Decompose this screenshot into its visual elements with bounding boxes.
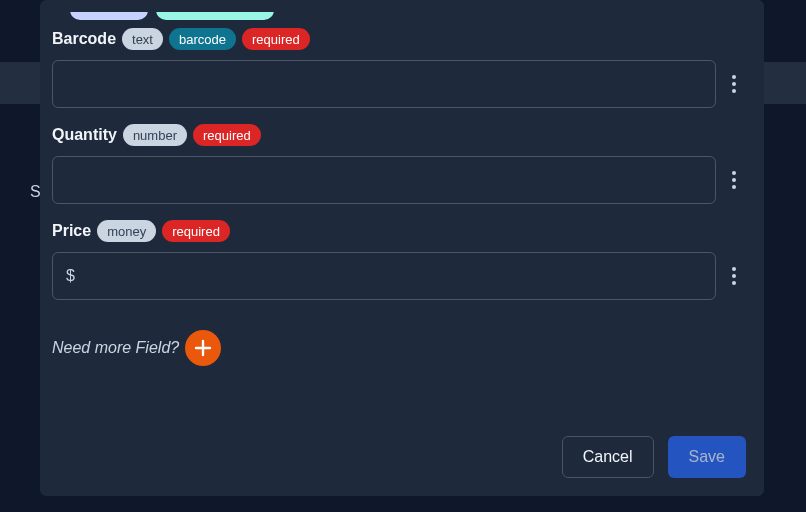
field-row: $ — [52, 252, 746, 300]
type-chip: number — [123, 124, 187, 146]
field-header: Quantity number required — [52, 124, 746, 146]
field-row — [52, 60, 746, 108]
required-chip: required — [193, 124, 261, 146]
kebab-icon — [732, 267, 736, 285]
add-field-prompt: Need more Field? — [52, 339, 179, 357]
field-menu-button[interactable] — [722, 260, 746, 292]
svg-point-4 — [732, 178, 736, 182]
money-input-wrap: $ — [52, 252, 716, 300]
svg-point-6 — [732, 267, 736, 271]
field-block-barcode: Barcode text barcode required — [52, 28, 746, 108]
clipped-chips — [70, 12, 746, 20]
kebab-icon — [732, 171, 736, 189]
required-chip: required — [162, 220, 230, 242]
field-block-quantity: Quantity number required — [52, 124, 746, 204]
field-block-price: Price money required $ — [52, 220, 746, 300]
field-header: Barcode text barcode required — [52, 28, 746, 50]
field-label: Price — [52, 222, 91, 240]
type-chip: money — [97, 220, 156, 242]
cancel-button[interactable]: Cancel — [562, 436, 654, 478]
field-menu-button[interactable] — [722, 68, 746, 100]
field-header: Price money required — [52, 220, 746, 242]
add-field-button[interactable] — [185, 330, 221, 366]
save-button[interactable]: Save — [668, 436, 746, 478]
field-label: Barcode — [52, 30, 116, 48]
type-chip: text — [122, 28, 163, 50]
field-label: Quantity — [52, 126, 117, 144]
field-row — [52, 156, 746, 204]
svg-point-1 — [732, 82, 736, 86]
svg-point-8 — [732, 281, 736, 285]
svg-point-7 — [732, 274, 736, 278]
form-modal: Barcode text barcode required Quantity n… — [40, 0, 764, 496]
modal-footer: Cancel Save — [52, 428, 746, 478]
svg-point-0 — [732, 75, 736, 79]
clipped-chip — [70, 12, 148, 20]
svg-point-5 — [732, 185, 736, 189]
svg-point-2 — [732, 89, 736, 93]
clipped-chip — [156, 12, 274, 20]
field-menu-button[interactable] — [722, 164, 746, 196]
kebab-icon — [732, 75, 736, 93]
required-chip: required — [242, 28, 310, 50]
add-field-row: Need more Field? — [52, 330, 746, 366]
barcode-input[interactable] — [52, 60, 716, 108]
price-input[interactable] — [52, 252, 716, 300]
plus-icon — [194, 339, 212, 357]
svg-point-3 — [732, 171, 736, 175]
barcode-chip: barcode — [169, 28, 236, 50]
quantity-input[interactable] — [52, 156, 716, 204]
